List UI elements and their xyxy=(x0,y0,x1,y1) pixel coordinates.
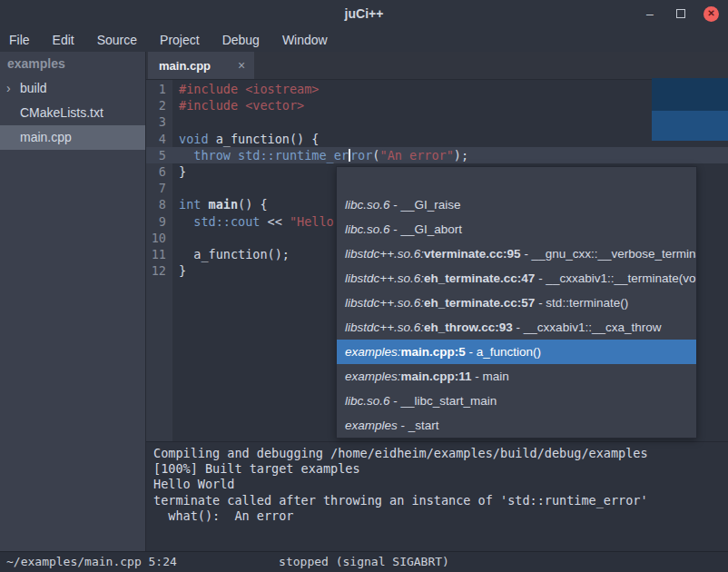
code-token: } xyxy=(179,263,186,278)
file-location: eh_terminate.cc:57 xyxy=(424,296,535,310)
code-token: <vector> xyxy=(245,98,304,113)
stack-frame-item[interactable]: libc.so.6 - __libc_start_main xyxy=(337,389,696,413)
library-name: libc.so.6 xyxy=(345,222,390,236)
file-location: main.cpp:11 xyxy=(401,370,472,383)
frame-function: - __GI_raise xyxy=(390,198,461,212)
code-token: int xyxy=(179,197,201,212)
console-line: what(): An error xyxy=(153,508,721,524)
frame-function: - _start xyxy=(398,419,439,432)
chevron-right-icon[interactable]: › xyxy=(6,76,11,101)
stack-frame-item[interactable]: libstdc++.so.6:eh_throw.cc:93 - __cxxabi… xyxy=(337,315,696,340)
menu-bar: FileEditSourceProjectDebugWindow xyxy=(0,27,728,52)
frame-function: - std::terminate() xyxy=(535,296,628,310)
line-number: 9 xyxy=(146,213,172,230)
line-number: 4 xyxy=(146,131,172,147)
menu-item-edit[interactable]: Edit xyxy=(53,33,74,47)
frame-function: - __gnu_cxx::__verbose_terminate_handler… xyxy=(521,247,696,261)
code-token: () { xyxy=(238,197,268,212)
tab-main-cpp[interactable]: main.cpp × xyxy=(148,52,254,79)
line-number: 3 xyxy=(146,113,172,130)
library-name: libc.so.6 xyxy=(345,198,390,212)
line-number: 8 xyxy=(146,196,172,212)
code-token: #include xyxy=(179,82,245,96)
stack-frame-item[interactable]: libstdc++.so.6:vterminate.cc:95 - __gnu_… xyxy=(337,242,696,266)
frame-function: - __GI_abort xyxy=(390,222,463,236)
code-token: main xyxy=(209,197,239,212)
tab-close-icon[interactable]: × xyxy=(238,58,245,73)
menu-item-source[interactable]: Source xyxy=(97,33,137,47)
frame-function: - main xyxy=(472,370,509,383)
library-name: libstdc++.so.6: xyxy=(345,271,424,285)
code-token: ( xyxy=(372,148,379,163)
file-location: eh_throw.cc:93 xyxy=(424,321,513,334)
code-token: } xyxy=(179,164,186,179)
console-line: terminate called after throwing an insta… xyxy=(153,493,721,508)
code-text xyxy=(172,113,179,130)
close-icon: ✕ xyxy=(707,9,714,18)
code-line: 5 throw std::runtime_error("An error"); xyxy=(146,147,728,163)
tab-bar: main.cpp × xyxy=(146,52,728,80)
file-label: CMakeLists.txt xyxy=(20,101,103,125)
code-line: 2#include <vector> xyxy=(146,97,728,113)
frame-function: - __cxxabiv1::__terminate(void (*)()) xyxy=(535,271,696,285)
sidebar-item-build[interactable]: ›build xyxy=(0,76,145,101)
code-line: 3 xyxy=(146,113,728,130)
library-name: examples: xyxy=(345,345,401,359)
line-number: 2 xyxy=(146,97,172,113)
stack-frame-item[interactable]: examples:main.cpp:11 - main xyxy=(337,364,696,389)
line-number: 6 xyxy=(146,163,172,180)
menu-item-window[interactable]: Window xyxy=(282,33,328,47)
library-name: examples: xyxy=(345,370,401,383)
code-text: } xyxy=(172,262,186,279)
code-text: std::cout << "Hello W xyxy=(172,213,349,230)
line-number: 12 xyxy=(146,262,172,279)
tab-label: main.cpp xyxy=(159,59,211,73)
library-name: libstdc++.so.6: xyxy=(345,247,424,261)
code-text: #include <vector> xyxy=(172,97,304,113)
code-token: ror xyxy=(350,148,372,163)
code-token: throw xyxy=(193,148,231,163)
library-name: libstdc++.so.6: xyxy=(345,321,424,334)
debug-tooltip-overlay xyxy=(652,78,728,141)
code-token xyxy=(231,148,238,163)
line-number: 7 xyxy=(146,180,172,196)
stack-frame-list: libc.so.6 - __GI_raiselibc.so.6 - __GI_a… xyxy=(337,192,696,438)
code-text: #include <iostream> xyxy=(172,81,319,97)
code-text xyxy=(172,230,179,246)
code-text xyxy=(172,180,179,196)
code-text: a_function(); xyxy=(172,246,290,262)
stack-frame-item[interactable]: libc.so.6 - __GI_abort xyxy=(337,217,696,242)
debug-console[interactable]: Compiling and debugging /home/eidheim/ex… xyxy=(146,441,728,551)
stack-frame-item[interactable]: examples:main.cpp:5 - a_function() xyxy=(337,340,696,364)
status-debug-state: stopped (signal SIGABRT) xyxy=(279,552,449,572)
stack-frame-item[interactable]: libc.so.6 - __GI_raise xyxy=(337,192,696,217)
code-token xyxy=(179,148,193,163)
library-name: examples xyxy=(345,419,398,432)
file-explorer: examples ›buildCMakeLists.txtmain.cpp xyxy=(0,52,146,551)
maximize-icon xyxy=(676,9,685,18)
console-line: Hello World xyxy=(153,477,721,492)
code-token: ); xyxy=(454,148,468,163)
line-number: 11 xyxy=(146,246,172,262)
stack-frame-item[interactable]: libstdc++.so.6:eh_terminate.cc:57 - std:… xyxy=(337,291,696,315)
minimize-button[interactable]: – xyxy=(642,5,658,22)
window-controls: – ✕ xyxy=(642,0,719,27)
status-bar: ~/examples/main.cpp 5:24 stopped (signal… xyxy=(0,551,728,572)
stack-frame-item[interactable]: libstdc++.so.6:eh_terminate.cc:47 - __cx… xyxy=(337,266,696,291)
file-label: build xyxy=(20,76,47,101)
menu-item-project[interactable]: Project xyxy=(160,33,200,47)
sidebar-item-main-cpp[interactable]: main.cpp xyxy=(0,125,145,150)
menu-item-file[interactable]: File xyxy=(9,33,30,47)
frame-function: - __cxxabiv1::__cxa_throw xyxy=(513,321,662,334)
stack-frame-item[interactable]: examples - _start xyxy=(337,413,696,438)
line-number: 5 xyxy=(146,147,172,163)
window-title: juCi++ xyxy=(345,6,384,21)
project-name: examples xyxy=(0,52,145,76)
menu-item-debug[interactable]: Debug xyxy=(222,33,260,47)
file-label: main.cpp xyxy=(20,125,72,150)
maximize-button[interactable] xyxy=(673,5,689,22)
title-bar: juCi++ – ✕ xyxy=(0,0,728,27)
sidebar-item-cmakelists-txt[interactable]: CMakeLists.txt xyxy=(0,101,145,125)
code-token: "An error" xyxy=(380,148,454,163)
close-button[interactable]: ✕ xyxy=(703,6,719,22)
